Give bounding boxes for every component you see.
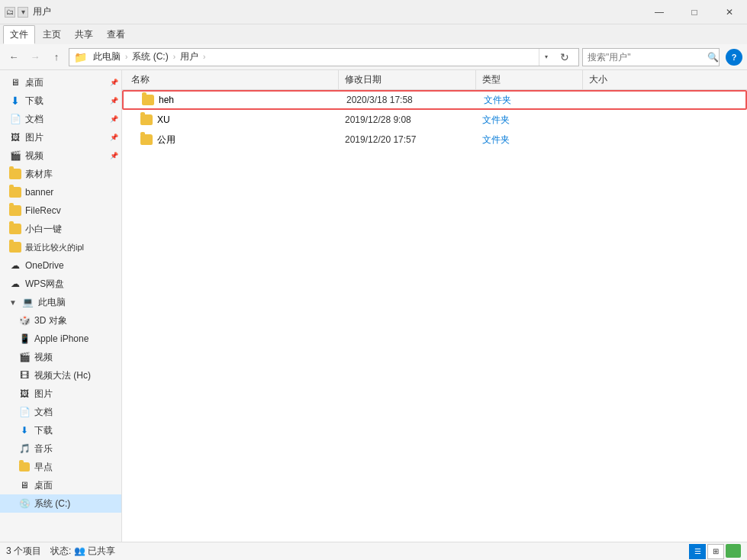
address-folder-icon: 📁 [74,51,87,63]
file-type-gongyong: 文件夹 [476,134,583,146]
main-content: 🖥 桌面 📌 ⬇ 下载 📌 📄 文档 📌 🖼 图片 📌 🎬 视频 📌 素材库 [0,70,747,542]
folder-icon-xu [140,114,153,125]
title-bar: 🗂 ▾ 用户 — □ ✕ [0,0,747,24]
search-box[interactable]: 🔍 [582,48,720,66]
address-part-pc[interactable]: 此电脑 [90,50,124,64]
search-input[interactable] [583,49,707,66]
sidebar-item-iphone[interactable]: 📱 Apple iPhone [0,330,121,348]
sep-1: › [125,53,127,61]
item-count: 3 个项目 [6,545,41,558]
back-button[interactable]: ← [5,48,23,66]
sidebar-item-3d[interactable]: 🎲 3D 对象 [0,311,121,330]
minimize-button[interactable]: — [642,0,677,24]
pin-icon4: 📌 [110,134,118,141]
address-bar[interactable]: 📁 此电脑 › 系统 (C:) › 用户 › ▾ ↻ [69,48,579,66]
pictures2-icon: 🖼 [18,388,31,400]
sidebar-item-desktop2[interactable]: 🖥 桌面 [0,476,121,494]
sidebar-item-filerecv[interactable]: FileRecv [0,201,121,220]
expand-icon: ▼ [9,298,17,307]
window-title: 用户 [33,5,51,18]
close-button[interactable]: ✕ [712,0,747,24]
large-icon-view-button[interactable]: ⊞ [707,544,724,559]
col-name[interactable]: 名称 [125,70,339,89]
green-indicator [726,544,741,558]
sidebar-item-downloads[interactable]: ⬇ 下载 📌 [0,92,121,110]
sidebar-item-wpsdrive[interactable]: ☁ WPS网盘 [0,275,121,293]
sidebar-item-xiaobai[interactable]: 小白一键 [0,220,121,238]
menu-view[interactable]: 查看 [101,26,131,43]
menu-bar: 文件 主页 共享 查看 [0,24,747,44]
file-row-heh[interactable]: heh 2020/3/18 17:58 文件夹 [122,90,747,110]
file-list: heh 2020/3/18 17:58 文件夹 XU 2019/12/28 9:… [122,90,747,542]
details-view-button[interactable]: ☰ [689,544,706,559]
sidebar-item-drive-c[interactable]: 💿 系统 (C:) [0,494,121,513]
folder-icon-4 [9,223,21,235]
sidebar-item-video2[interactable]: 🎬 视频 [0,348,121,366]
download-icon: ⬇ [9,95,21,107]
file-name-gongyong: 公用 [125,134,339,146]
3d-icon: 🎲 [18,314,31,327]
drive-c-icon: 💿 [18,497,31,510]
file-modified-gongyong: 2019/12/20 17:57 [339,134,476,145]
refresh-button[interactable]: ↻ [555,48,574,66]
sidebar-item-music[interactable]: 🎵 音乐 [0,439,121,458]
videolaw-icon: 🎞 [18,369,31,381]
sidebar-item-documents2[interactable]: 📄 文档 [0,403,121,421]
picture-icon: 🖼 [9,131,21,143]
title-icon-2[interactable]: ▾ [18,7,28,18]
column-header: 名称 修改日期 类型 大小 [122,70,747,90]
sidebar-item-material[interactable]: 素材库 [0,165,121,183]
sidebar: 🖥 桌面 📌 ⬇ 下载 📌 📄 文档 📌 🖼 图片 📌 🎬 视频 📌 素材库 [0,70,122,542]
desktop2-icon: 🖥 [18,479,31,491]
maximize-button[interactable]: □ [677,0,712,24]
sidebar-item-pictures2[interactable]: 🖼 图片 [0,385,121,403]
help-button[interactable]: ? [726,49,742,66]
sep-2: › [173,53,175,61]
file-row-xu[interactable]: XU 2019/12/28 9:08 文件夹 [122,110,747,130]
address-part-c[interactable]: 系统 (C:) [129,50,171,64]
search-button[interactable]: 🔍 [707,49,719,66]
address-parts: 此电脑 › 系统 (C:) › 用户 › [90,50,536,64]
pin-icon2: 📌 [110,97,118,105]
sidebar-item-videos[interactable]: 🎬 视频 📌 [0,146,121,165]
file-area: 名称 修改日期 类型 大小 heh 2020/3/18 17:58 文件夹 [122,70,747,542]
onedrive-icon: ☁ [9,259,21,272]
sidebar-item-onedrive[interactable]: ☁ OneDrive [0,256,121,275]
sidebar-item-thispc[interactable]: ▼ 💻 此电脑 [0,293,121,311]
address-dropdown[interactable]: ▾ [539,49,552,66]
file-type-heh: 文件夹 [478,94,584,107]
ribbon: 文件 主页 共享 查看 [0,24,747,44]
music-icon: 🎵 [18,443,31,455]
title-bar-left: 🗂 ▾ 用户 [5,5,51,18]
col-size[interactable]: 大小 [583,70,659,89]
col-type[interactable]: 类型 [476,70,583,89]
pin-icon3: 📌 [110,115,118,123]
pc-icon: 💻 [22,296,34,308]
file-row-gongyong[interactable]: 公用 2019/12/20 17:57 文件夹 [122,130,747,150]
sidebar-item-pictures[interactable]: 🖼 图片 📌 [0,128,121,146]
sidebar-item-recent[interactable]: 最近比较火的ipl [0,238,121,256]
file-modified-xu: 2019/12/28 9:08 [339,114,476,125]
address-part-users[interactable]: 用户 [177,50,201,64]
desktop-icon: 🖥 [9,76,21,89]
sidebar-item-desktop[interactable]: 🖥 桌面 📌 [0,73,121,92]
file-modified-heh: 2020/3/18 17:58 [340,95,478,105]
up-button[interactable]: ↑ [47,48,66,66]
folder-icon-2 [9,186,21,198]
sidebar-item-documents[interactable]: 📄 文档 📌 [0,110,121,128]
menu-share[interactable]: 共享 [69,26,99,43]
sidebar-item-downloads2[interactable]: ⬇ 下载 [0,421,121,439]
sidebar-item-banner[interactable]: banner [0,183,121,201]
toolbar: ← → ↑ 📁 此电脑 › 系统 (C:) › 用户 › ▾ ↻ 🔍 ? [0,44,747,70]
forward-button[interactable]: → [26,48,44,66]
menu-file[interactable]: 文件 [3,25,35,44]
pin-icon5: 📌 [110,152,118,159]
menu-home[interactable]: 主页 [37,26,67,43]
window-controls: — □ ✕ [642,0,747,24]
folder-icon-1 [9,168,21,180]
col-modified[interactable]: 修改日期 [339,70,476,89]
sep-3: › [203,53,205,61]
sidebar-item-videodalaw[interactable]: 🎞 视频大法 (Hc) [0,366,121,385]
downloads2-icon: ⬇ [18,424,31,436]
sidebar-item-zaodian[interactable]: 早点 [0,458,121,476]
